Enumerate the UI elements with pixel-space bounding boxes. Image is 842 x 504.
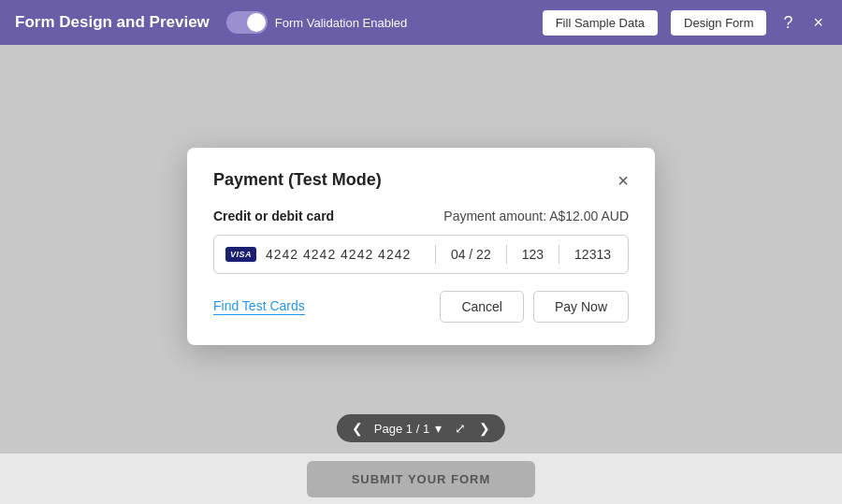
card-section-header: Credit or debit card Payment amount: A$1… bbox=[213, 209, 629, 223]
close-button[interactable]: × bbox=[809, 10, 827, 35]
main-area: Payment (Test Mode) × Credit or debit ca… bbox=[0, 45, 842, 504]
visa-badge: VISA bbox=[225, 247, 256, 262]
action-buttons: Cancel Pay Now bbox=[440, 291, 629, 323]
modal-body: Credit or debit card Payment amount: A$1… bbox=[213, 209, 629, 323]
cancel-button[interactable]: Cancel bbox=[440, 291, 524, 323]
page-navigation: ❮ Page 1 / 1 ▾ ⤢ ❯ bbox=[337, 414, 505, 442]
page-text: Page 1 / 1 bbox=[374, 422, 429, 436]
expand-button[interactable]: ⤢ bbox=[453, 421, 468, 436]
card-cvc-field: 123 bbox=[516, 247, 549, 262]
page-dropdown-button[interactable]: ▾ bbox=[433, 421, 443, 436]
next-page-button[interactable]: ❯ bbox=[477, 422, 492, 435]
modal-header: Payment (Test Mode) × bbox=[213, 170, 629, 190]
modal-title: Payment (Test Mode) bbox=[213, 170, 382, 190]
card-label: Credit or debit card bbox=[213, 209, 334, 223]
payment-amount: Payment amount: A$12.00 AUD bbox=[443, 209, 629, 223]
card-input-row[interactable]: VISA 4242 4242 4242 4242 04 / 22 123 123… bbox=[213, 235, 629, 274]
toggle-label: Form Validation Enabled bbox=[275, 16, 407, 30]
prev-page-button[interactable]: ❮ bbox=[350, 422, 365, 435]
payment-modal: Payment (Test Mode) × Credit or debit ca… bbox=[187, 148, 655, 345]
card-divider-2 bbox=[506, 245, 507, 264]
submit-form-button[interactable]: SUBMIT YOUR FORM bbox=[307, 461, 536, 497]
card-number-field: 4242 4242 4242 4242 bbox=[266, 247, 426, 262]
toggle-thumb bbox=[247, 13, 266, 32]
find-test-cards-link[interactable]: Find Test Cards bbox=[213, 298, 305, 315]
validation-toggle[interactable] bbox=[226, 11, 268, 34]
page-indicator: Page 1 / 1 ▾ bbox=[374, 421, 443, 436]
card-expiry-field: 04 / 22 bbox=[445, 247, 497, 262]
app-title: Form Design and Preview bbox=[15, 13, 210, 32]
card-divider-3 bbox=[559, 245, 559, 264]
app-header: Form Design and Preview Form Validation … bbox=[0, 0, 842, 45]
card-divider bbox=[435, 245, 436, 264]
help-button[interactable]: ? bbox=[779, 10, 796, 35]
modal-actions: Find Test Cards Cancel Pay Now bbox=[213, 291, 629, 323]
modal-close-button[interactable]: × bbox=[617, 171, 629, 190]
card-zip-field: 12313 bbox=[569, 247, 617, 262]
design-form-button[interactable]: Design Form bbox=[671, 10, 766, 36]
pay-now-button[interactable]: Pay Now bbox=[533, 291, 629, 323]
submit-bar: SUBMIT YOUR FORM bbox=[0, 454, 842, 504]
validation-toggle-container: Form Validation Enabled bbox=[226, 11, 407, 34]
fill-sample-data-button[interactable]: Fill Sample Data bbox=[543, 10, 658, 36]
